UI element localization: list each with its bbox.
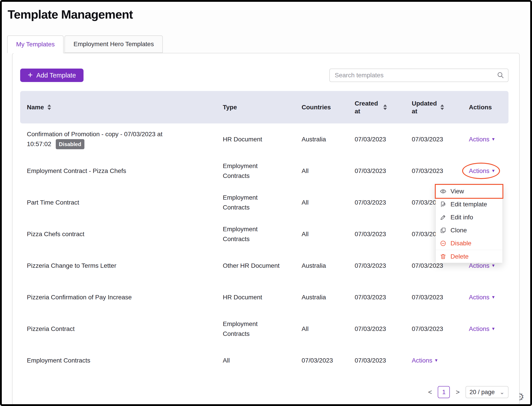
template-actions-cell — [462, 358, 509, 363]
tab-my-templates[interactable]: My Templates — [7, 35, 64, 53]
actions-dropdown-menu: View Edit template Edit info — [435, 185, 503, 263]
template-name-cell: Confirmation of Promotion - copy - 07/03… — [20, 127, 177, 152]
page-title: Template Management — [8, 7, 530, 22]
template-created-cell: 07/03/2023 — [348, 227, 405, 241]
row-actions-button[interactable]: Actions ▾ — [469, 134, 495, 144]
table-row: Pizzeria Change to Terms Letter Other HR… — [20, 250, 509, 282]
tab-employment-hero-templates[interactable]: Employment Hero Templates — [64, 35, 163, 53]
template-type-cell: Employment Contracts — [216, 190, 295, 214]
template-updated-cell: 07/03/2023 — [405, 322, 462, 336]
template-countries-cell: All — [295, 195, 348, 210]
template-type-cell: Employment Contracts — [216, 317, 295, 341]
menu-item-view[interactable]: View — [436, 185, 503, 198]
toolbar: + Add Template — [20, 69, 509, 82]
add-template-label: Add Template — [36, 72, 76, 79]
template-type-cell: HR Document — [216, 290, 295, 304]
table-row: Employment Contracts All 07/03/2023 07/0… — [20, 345, 509, 376]
tab-bar: My Templates Employment Hero Templates — [7, 35, 530, 53]
template-name-cell: Pizza Chefs contract — [20, 227, 216, 241]
template-countries-cell: All — [295, 164, 348, 178]
template-type-cell: HR Document — [216, 132, 295, 146]
disable-icon — [440, 240, 447, 247]
annotation-ellipse: Actions ▾ — [469, 166, 495, 176]
edit-template-icon — [440, 201, 447, 208]
template-name-cell: Part Time Contract — [20, 195, 216, 210]
template-created-cell: 07/03/2023 — [348, 164, 405, 178]
table-row: Pizzeria Contract Employment Contracts A… — [20, 313, 509, 345]
chevron-down-icon: ▾ — [492, 137, 495, 142]
column-header-name: Name — [20, 104, 216, 111]
column-header-type: Type — [216, 104, 295, 111]
template-type-cell: Other HR Document — [216, 259, 295, 273]
chevron-down-icon: ▾ — [492, 295, 495, 300]
template-created-cell: 07/03/2023 — [348, 322, 405, 336]
table-row: Part Time Contract Employment Contracts … — [20, 187, 509, 218]
template-type-cell: All — [216, 353, 295, 368]
sort-name-button[interactable] — [48, 104, 51, 110]
plus-icon: + — [28, 71, 33, 79]
template-countries-cell: 07/03/2023 — [295, 353, 348, 368]
template-created-cell: 07/03/2023 — [348, 195, 405, 210]
table-row: Employment Contract - Pizza Chefs Employ… — [20, 155, 509, 187]
menu-item-clone[interactable]: Clone — [436, 224, 503, 237]
template-type-cell: Employment Contracts — [216, 159, 295, 183]
current-page-button[interactable]: 1 — [438, 386, 450, 398]
template-created-cell: 07/03/2023 — [348, 132, 405, 146]
template-countries-cell: All — [295, 322, 348, 336]
template-countries-cell: All — [295, 227, 348, 241]
column-header-updated-at: Updated at — [405, 100, 462, 115]
menu-item-edit-template[interactable]: Edit template — [436, 198, 503, 211]
template-actions-cell: Actions ▾ — [462, 290, 509, 304]
template-created-cell: 07/03/2023 — [348, 290, 405, 304]
add-template-button[interactable]: + Add Template — [20, 69, 84, 82]
templates-panel: + Add Template Name Type — [12, 53, 520, 405]
template-countries-cell: Australia — [295, 132, 348, 146]
template-actions-cell: Actions ▾ — [462, 132, 509, 146]
row-actions-button[interactable]: Actions ▾ — [469, 292, 495, 302]
chevron-down-icon: ▾ — [492, 326, 495, 331]
app-window: Template Management My Templates Employm… — [0, 0, 532, 406]
template-name-cell: Pizzeria Change to Terms Letter — [20, 259, 216, 273]
disabled-badge: Disabled — [56, 139, 85, 149]
column-header-actions: Actions — [462, 104, 509, 111]
template-type-cell: Employment Contracts — [216, 222, 295, 246]
chevron-down-icon: ▾ — [435, 358, 438, 363]
row-actions-button[interactable]: Actions ▾ — [412, 355, 438, 365]
page-size-select[interactable]: 20 / page ⌄ — [466, 386, 509, 398]
template-countries-cell: Australia — [295, 290, 348, 304]
prev-page-button[interactable]: < — [427, 388, 433, 396]
template-countries-cell: Australia — [295, 259, 348, 273]
search-icon[interactable] — [497, 72, 504, 80]
template-name-cell: Employment Contracts — [20, 353, 216, 368]
search-input[interactable] — [329, 69, 509, 82]
table-row: Confirmation of Promotion - copy - 07/03… — [20, 123, 509, 155]
table-row: Pizzeria Confirmation of Pay Increase HR… — [20, 282, 509, 313]
pencil-icon — [440, 214, 447, 221]
template-name-cell: Employment Contract - Pizza Chefs — [20, 164, 216, 178]
menu-item-edit-info[interactable]: Edit info — [436, 211, 503, 224]
template-updated-cell: 07/03/2023 — [405, 132, 462, 146]
menu-item-disable[interactable]: Disable — [436, 237, 503, 250]
template-name-cell: Pizzeria Confirmation of Pay Increase — [20, 290, 216, 304]
menu-item-delete[interactable]: Delete — [436, 250, 503, 263]
template-actions-cell: Actions ▾ — [462, 164, 509, 178]
table-row: Pizza Chefs contract Employment Contract… — [20, 218, 509, 250]
chevron-down-icon: ⌄ — [500, 389, 504, 395]
search-box — [329, 69, 509, 82]
next-page-button[interactable]: > — [455, 388, 461, 396]
template-updated-cell: 07/03/2023 — [405, 290, 462, 304]
template-updated-cell: Actions ▾ — [405, 353, 462, 368]
template-name-cell: Pizzeria Contract — [20, 322, 216, 336]
sort-updated-button[interactable] — [440, 104, 444, 110]
eye-icon — [440, 188, 447, 195]
template-actions-cell: Actions ▾ — [462, 322, 509, 336]
template-created-cell: 07/03/2023 — [348, 259, 405, 273]
row-actions-button[interactable]: Actions ▾ — [469, 324, 495, 334]
table-header: Name Type Countries Created at Updated a… — [20, 91, 509, 123]
sort-created-button[interactable] — [383, 104, 387, 110]
column-header-created-at: Created at — [348, 100, 405, 115]
templates-table: Name Type Countries Created at Updated a… — [20, 91, 509, 376]
template-updated-cell: 07/03/2023 — [405, 164, 462, 178]
template-name: Confirmation of Promotion - copy - 07/03… — [27, 131, 162, 147]
row-actions-button-open[interactable]: Actions ▾ — [469, 166, 495, 176]
